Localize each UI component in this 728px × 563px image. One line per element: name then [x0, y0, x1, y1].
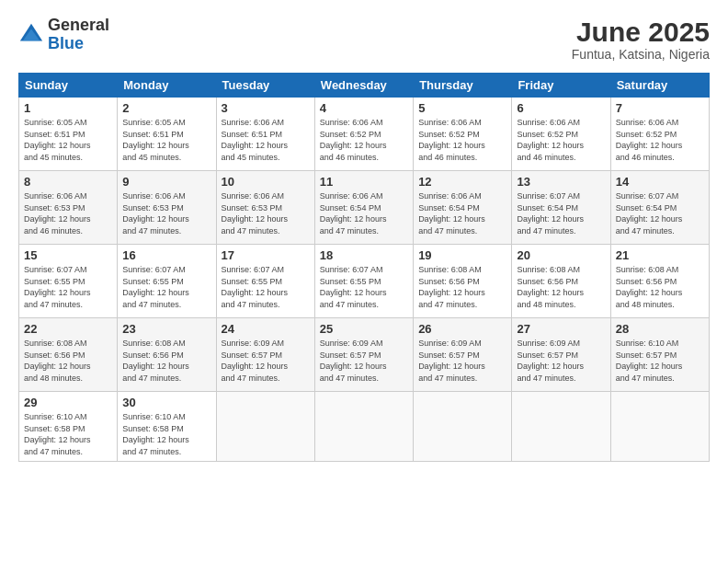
- table-row: 18Sunrise: 6:07 AMSunset: 6:55 PMDayligh…: [314, 245, 413, 318]
- calendar-table: Sunday Monday Tuesday Wednesday Thursday…: [18, 73, 710, 462]
- day-number: 7: [616, 101, 704, 115]
- table-row: 7Sunrise: 6:06 AMSunset: 6:52 PMDaylight…: [610, 98, 709, 171]
- day-number: 6: [517, 101, 605, 115]
- day-info: Sunrise: 6:06 AMSunset: 6:51 PMDaylight:…: [222, 117, 310, 163]
- day-info: Sunrise: 6:10 AMSunset: 6:57 PMDaylight:…: [616, 338, 704, 384]
- table-row: 2Sunrise: 6:05 AMSunset: 6:51 PMDaylight…: [118, 98, 216, 171]
- logo-general: General: [48, 16, 109, 34]
- day-number: 4: [320, 101, 408, 115]
- day-number: 22: [24, 322, 112, 336]
- day-info: Sunrise: 6:08 AMSunset: 6:56 PMDaylight:…: [24, 338, 112, 384]
- table-row: 11Sunrise: 6:06 AMSunset: 6:54 PMDayligh…: [314, 171, 413, 245]
- day-number: 28: [616, 322, 704, 336]
- header-friday: Friday: [512, 74, 610, 98]
- table-row: 19Sunrise: 6:08 AMSunset: 6:56 PMDayligh…: [414, 245, 512, 318]
- day-info: Sunrise: 6:07 AMSunset: 6:55 PMDaylight:…: [24, 264, 112, 310]
- day-number: 19: [418, 248, 506, 262]
- day-info: Sunrise: 6:06 AMSunset: 6:54 PMDaylight:…: [320, 190, 408, 236]
- day-info: Sunrise: 6:08 AMSunset: 6:56 PMDaylight:…: [616, 264, 704, 310]
- day-number: 29: [24, 396, 112, 409]
- table-row: 14Sunrise: 6:07 AMSunset: 6:54 PMDayligh…: [610, 171, 709, 245]
- header-tuesday: Tuesday: [216, 74, 314, 98]
- day-number: 10: [222, 175, 310, 189]
- day-info: Sunrise: 6:07 AMSunset: 6:55 PMDaylight:…: [222, 264, 310, 310]
- day-info: Sunrise: 6:07 AMSunset: 6:55 PMDaylight:…: [122, 264, 210, 310]
- day-info: Sunrise: 6:07 AMSunset: 6:54 PMDaylight:…: [616, 190, 704, 236]
- table-row: 15Sunrise: 6:07 AMSunset: 6:55 PMDayligh…: [19, 245, 118, 318]
- table-row: [314, 392, 413, 462]
- day-number: 23: [122, 322, 210, 336]
- table-row: 8Sunrise: 6:06 AMSunset: 6:53 PMDaylight…: [19, 171, 118, 245]
- day-info: Sunrise: 6:07 AMSunset: 6:55 PMDaylight:…: [320, 264, 408, 310]
- day-number: 12: [418, 175, 506, 189]
- day-info: Sunrise: 6:06 AMSunset: 6:53 PMDaylight:…: [24, 190, 112, 236]
- header-thursday: Thursday: [414, 74, 512, 98]
- logo-text: General Blue: [48, 17, 109, 53]
- day-number: 21: [616, 248, 704, 262]
- table-row: 26Sunrise: 6:09 AMSunset: 6:57 PMDayligh…: [414, 318, 512, 392]
- header-sunday: Sunday: [19, 74, 118, 98]
- calendar-subtitle: Funtua, Katsina, Nigeria: [572, 47, 710, 62]
- day-info: Sunrise: 6:08 AMSunset: 6:56 PMDaylight:…: [418, 264, 506, 310]
- day-info: Sunrise: 6:10 AMSunset: 6:58 PMDaylight:…: [122, 411, 210, 457]
- day-number: 25: [320, 322, 408, 336]
- day-info: Sunrise: 6:06 AMSunset: 6:52 PMDaylight:…: [320, 117, 408, 163]
- table-row: 3Sunrise: 6:06 AMSunset: 6:51 PMDaylight…: [216, 98, 314, 171]
- day-info: Sunrise: 6:07 AMSunset: 6:54 PMDaylight:…: [517, 190, 605, 236]
- day-number: 24: [222, 322, 310, 336]
- day-info: Sunrise: 6:10 AMSunset: 6:58 PMDaylight:…: [24, 411, 112, 457]
- day-info: Sunrise: 6:09 AMSunset: 6:57 PMDaylight:…: [222, 338, 310, 384]
- day-number: 1: [24, 101, 112, 115]
- table-row: 1Sunrise: 6:05 AMSunset: 6:51 PMDaylight…: [19, 98, 118, 171]
- table-row: 20Sunrise: 6:08 AMSunset: 6:56 PMDayligh…: [512, 245, 610, 318]
- table-row: 10Sunrise: 6:06 AMSunset: 6:53 PMDayligh…: [216, 171, 314, 245]
- page-header: General Blue June 2025 Funtua, Katsina, …: [18, 17, 710, 62]
- title-block: June 2025 Funtua, Katsina, Nigeria: [572, 17, 710, 62]
- day-number: 3: [222, 101, 310, 115]
- day-info: Sunrise: 6:06 AMSunset: 6:53 PMDaylight:…: [222, 190, 310, 236]
- day-number: 16: [122, 248, 210, 262]
- day-info: Sunrise: 6:06 AMSunset: 6:54 PMDaylight:…: [418, 190, 506, 236]
- day-number: 17: [222, 248, 310, 262]
- day-number: 14: [616, 175, 704, 189]
- weekday-header-row: Sunday Monday Tuesday Wednesday Thursday…: [19, 74, 710, 98]
- table-row: 24Sunrise: 6:09 AMSunset: 6:57 PMDayligh…: [216, 318, 314, 392]
- logo-blue: Blue: [48, 34, 84, 52]
- table-row: 22Sunrise: 6:08 AMSunset: 6:56 PMDayligh…: [19, 318, 118, 392]
- day-info: Sunrise: 6:05 AMSunset: 6:51 PMDaylight:…: [24, 117, 112, 163]
- day-number: 5: [418, 101, 506, 115]
- day-number: 27: [517, 322, 605, 336]
- day-number: 13: [517, 175, 605, 189]
- table-row: 30Sunrise: 6:10 AMSunset: 6:58 PMDayligh…: [118, 392, 216, 462]
- day-info: Sunrise: 6:05 AMSunset: 6:51 PMDaylight:…: [122, 117, 210, 163]
- table-row: [512, 392, 610, 462]
- day-info: Sunrise: 6:06 AMSunset: 6:52 PMDaylight:…: [616, 117, 704, 163]
- table-row: 16Sunrise: 6:07 AMSunset: 6:55 PMDayligh…: [118, 245, 216, 318]
- header-saturday: Saturday: [610, 74, 709, 98]
- day-number: 26: [418, 322, 506, 336]
- day-info: Sunrise: 6:08 AMSunset: 6:56 PMDaylight:…: [122, 338, 210, 384]
- header-monday: Monday: [118, 74, 216, 98]
- day-number: 20: [517, 248, 605, 262]
- day-info: Sunrise: 6:09 AMSunset: 6:57 PMDaylight:…: [418, 338, 506, 384]
- table-row: 27Sunrise: 6:09 AMSunset: 6:57 PMDayligh…: [512, 318, 610, 392]
- day-number: 15: [24, 248, 112, 262]
- table-row: 21Sunrise: 6:08 AMSunset: 6:56 PMDayligh…: [610, 245, 709, 318]
- day-info: Sunrise: 6:06 AMSunset: 6:53 PMDaylight:…: [122, 190, 210, 236]
- table-row: 17Sunrise: 6:07 AMSunset: 6:55 PMDayligh…: [216, 245, 314, 318]
- day-number: 8: [24, 175, 112, 189]
- calendar-title: June 2025: [572, 17, 710, 47]
- table-row: 13Sunrise: 6:07 AMSunset: 6:54 PMDayligh…: [512, 171, 610, 245]
- day-number: 9: [122, 175, 210, 189]
- table-row: 4Sunrise: 6:06 AMSunset: 6:52 PMDaylight…: [314, 98, 413, 171]
- day-info: Sunrise: 6:09 AMSunset: 6:57 PMDaylight:…: [320, 338, 408, 384]
- table-row: 9Sunrise: 6:06 AMSunset: 6:53 PMDaylight…: [118, 171, 216, 245]
- header-wednesday: Wednesday: [314, 74, 413, 98]
- table-row: [414, 392, 512, 462]
- day-info: Sunrise: 6:08 AMSunset: 6:56 PMDaylight:…: [517, 264, 605, 310]
- table-row: 25Sunrise: 6:09 AMSunset: 6:57 PMDayligh…: [314, 318, 413, 392]
- table-row: 23Sunrise: 6:08 AMSunset: 6:56 PMDayligh…: [118, 318, 216, 392]
- day-info: Sunrise: 6:06 AMSunset: 6:52 PMDaylight:…: [418, 117, 506, 163]
- table-row: [216, 392, 314, 462]
- table-row: 6Sunrise: 6:06 AMSunset: 6:52 PMDaylight…: [512, 98, 610, 171]
